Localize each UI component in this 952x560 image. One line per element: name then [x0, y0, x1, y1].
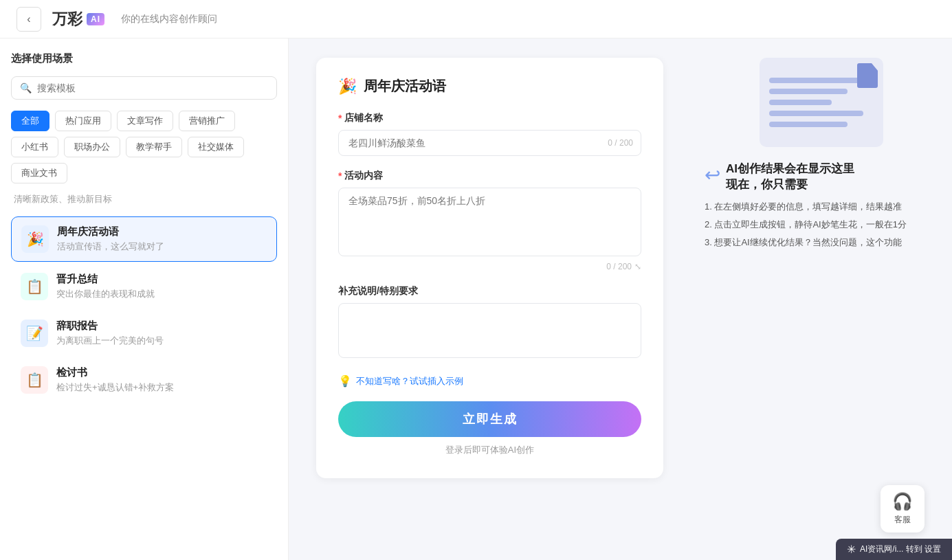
- cs-label: 客服: [894, 514, 911, 526]
- logo: 万彩 AI: [52, 9, 104, 30]
- tag-filter-row-2: 小红书职场办公教学帮手社交媒体: [11, 137, 277, 157]
- logo-text: 万彩: [52, 9, 82, 30]
- cs-icon: 🎧: [892, 492, 913, 511]
- template-item-resignation[interactable]: 📝 辞职报告 为离职画上一个完美的句号: [11, 311, 277, 355]
- template-item-anniversary[interactable]: 🎉 周年庆活动语 活动宣传语，这么写就对了: [11, 216, 277, 262]
- template-item-promotion[interactable]: 📋 晋升总结 突出你最佳的表现和成就: [11, 265, 277, 309]
- tip-item-2: 3. 想要让AI继续优化结果？当然没问题，这个功能: [705, 234, 907, 251]
- illustration: [760, 58, 883, 147]
- illus-line-3: [769, 100, 832, 105]
- logo-badge: AI: [87, 13, 104, 25]
- tag-btn-职场办公[interactable]: 职场办公: [64, 137, 120, 157]
- login-hint: 登录后即可体验AI创作: [338, 444, 641, 456]
- illus-line-4: [769, 111, 863, 116]
- tip-item-1: 2. 点击立即生成按钮，静待AI妙笔生花，一般在1分: [705, 216, 907, 234]
- form-title-icon: 🎉: [338, 78, 357, 96]
- tag-filter-row: 全部热门应用文章写作营销推广: [11, 111, 277, 131]
- activity-input-wrap: 0 / 200 ⤡: [338, 188, 641, 271]
- store-name-field: * 店铺名称 0 / 200: [338, 112, 641, 156]
- tag-btn-社交媒体[interactable]: 社交媒体: [188, 137, 244, 157]
- form-title-text: 周年庆活动语: [364, 77, 446, 96]
- required-mark-2: *: [338, 170, 342, 181]
- result-title-line2: 现在，你只需要: [726, 177, 854, 192]
- app-header: ‹ 万彩 AI 你的在线内容创作顾问: [0, 0, 952, 38]
- customer-service-button[interactable]: 🎧 客服: [881, 485, 925, 533]
- activity-textarea[interactable]: [338, 188, 641, 256]
- result-title-line1: AI创作结果会在显示这里: [726, 161, 854, 177]
- template-text-review: 检讨书 检讨过失+诚恳认错+补救方案: [56, 366, 174, 394]
- supplement-label: 补充说明/特别要求: [338, 285, 641, 298]
- form-title: 🎉 周年庆活动语: [338, 77, 641, 96]
- required-mark: *: [338, 113, 342, 124]
- tip-item-0: 1. 在左侧填好必要的信息，填写越详细，结果越准: [705, 198, 907, 216]
- tag-btn-小红书[interactable]: 小红书: [11, 137, 58, 157]
- tag-btn-教学帮手[interactable]: 教学帮手: [126, 137, 182, 157]
- tag-btn-全部[interactable]: 全部: [11, 111, 49, 131]
- tag-btn-商业文书[interactable]: 商业文书: [11, 163, 67, 183]
- template-text-resignation: 辞职报告 为离职画上一个完美的句号: [56, 320, 164, 347]
- template-text-anniversary: 周年庆活动语 活动宣传语，这么写就对了: [57, 225, 164, 253]
- supplement-textarea[interactable]: [338, 303, 641, 358]
- template-name-anniversary: 周年庆活动语: [57, 225, 164, 238]
- header-subtitle: 你的在线内容创作顾问: [121, 13, 217, 25]
- tag-btn-营销推广[interactable]: 营销推广: [179, 111, 235, 131]
- back-button[interactable]: ‹: [16, 7, 41, 32]
- ai-result-title: AI创作结果会在显示这里 现在，你只需要: [726, 161, 854, 192]
- hint-link[interactable]: 不知道写啥？试试插入示例: [356, 375, 463, 388]
- illus-line-1: [769, 78, 863, 83]
- illus-card: [760, 58, 883, 147]
- sidebar: 选择使用场景 🔍 全部热门应用文章写作营销推广 小红书职场办公教学帮手社交媒体 …: [0, 38, 289, 560]
- hint-row: 💡 不知道写啥？试试插入示例: [338, 374, 641, 388]
- hint-icon: 💡: [338, 374, 352, 388]
- tips-list: 1. 在左侧填好必要的信息，填写越详细，结果越准2. 点击立即生成按钮，静待AI…: [705, 198, 907, 251]
- template-item-review[interactable]: 📋 检讨书 检讨过失+诚恳认错+补救方案: [11, 358, 277, 402]
- template-name-promotion: 晋升总结: [56, 273, 155, 286]
- section-label: 清晰新政策、推动新目标: [11, 189, 277, 208]
- illus-line-5: [769, 122, 848, 127]
- activity-counter: 0 / 200: [606, 262, 632, 271]
- arrow-icon: ↩: [705, 164, 720, 186]
- activity-footer: 0 / 200 ⤡: [338, 262, 641, 271]
- template-name-review: 检讨书: [56, 366, 174, 379]
- store-name-input-wrap: 0 / 200: [338, 130, 641, 156]
- template-desc-resignation: 为离职画上一个完美的句号: [56, 335, 164, 347]
- tag-btn-文章写作[interactable]: 文章写作: [117, 111, 173, 131]
- supplement-field: 补充说明/特别要求: [338, 285, 641, 361]
- illus-corner: [857, 63, 878, 88]
- template-name-resignation: 辞职报告: [56, 320, 164, 333]
- activity-field: * 活动内容 0 / 200 ⤡: [338, 170, 641, 271]
- template-text-promotion: 晋升总结 突出你最佳的表现和成就: [56, 273, 155, 300]
- template-icon-review: 📋: [21, 366, 48, 394]
- tag-btn-热门应用[interactable]: 热门应用: [55, 111, 111, 131]
- watermark-icon: ✳: [847, 543, 856, 556]
- right-panel: ↩ AI创作结果会在显示这里 现在，你只需要 1. 在左侧填好必要的信息，填写越…: [691, 38, 952, 560]
- resize-handle: ⤡: [634, 262, 641, 271]
- tag-filter-row-3: 商业文书: [11, 163, 277, 183]
- content-area: 🎉 周年庆活动语 * 店铺名称 0 / 200 * 活动内容: [289, 38, 691, 560]
- generate-button[interactable]: 立即生成: [338, 401, 641, 437]
- activity-label: * 活动内容: [338, 170, 641, 182]
- store-name-input[interactable]: [338, 130, 641, 156]
- store-name-counter: 0 / 200: [608, 138, 633, 148]
- search-input[interactable]: [37, 82, 268, 93]
- watermark-bar: ✳ AI资讯网/i... 转到 设置: [836, 539, 952, 560]
- search-icon: 🔍: [20, 82, 32, 93]
- template-list: 🎉 周年庆活动语 活动宣传语，这么写就对了 📋 晋升总结 突出你最佳的表现和成就…: [11, 216, 277, 402]
- ai-result-arrow: ↩ AI创作结果会在显示这里 现在，你只需要: [705, 161, 854, 192]
- store-name-label: * 店铺名称: [338, 112, 641, 124]
- template-icon-promotion: 📋: [21, 273, 48, 300]
- template-desc-promotion: 突出你最佳的表现和成就: [56, 288, 155, 300]
- template-icon-resignation: 📝: [21, 320, 48, 347]
- sidebar-title: 选择使用场景: [11, 52, 277, 65]
- watermark-text: AI资讯网/i... 转到 设置: [860, 544, 941, 555]
- search-box: 🔍: [11, 76, 277, 100]
- illus-line-2: [769, 89, 848, 94]
- template-desc-review: 检讨过失+诚恳认错+补救方案: [56, 381, 174, 394]
- form-card: 🎉 周年庆活动语 * 店铺名称 0 / 200 * 活动内容: [316, 58, 663, 478]
- template-icon-anniversary: 🎉: [21, 225, 49, 253]
- template-desc-anniversary: 活动宣传语，这么写就对了: [57, 240, 164, 253]
- main-layout: 选择使用场景 🔍 全部热门应用文章写作营销推广 小红书职场办公教学帮手社交媒体 …: [0, 38, 952, 560]
